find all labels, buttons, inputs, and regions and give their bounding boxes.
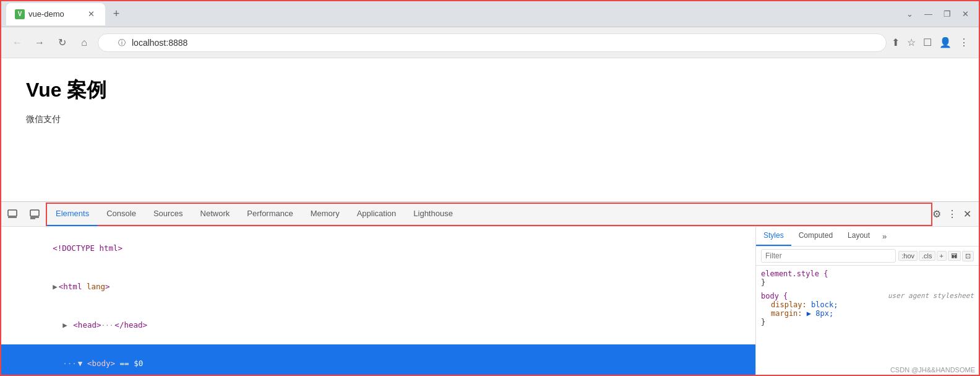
devtools-body: <!DOCTYPE html> ▶<html lang> ▶ <head>···… [1, 227, 979, 375]
devtools-header: Elements Console Sources Network Perform… [1, 202, 979, 227]
devtools-settings-icon[interactable]: ⚙ [932, 208, 941, 220]
devtools-more-icon[interactable]: ⋮ [947, 208, 957, 220]
title-bar: V vue-demo ✕ + ⌄ — ❐ ✕ [1, 1, 979, 27]
window-dropdown-button[interactable]: ⌄ [906, 9, 913, 19]
styles-panel: Styles Computed Layout » :hov .cls [756, 227, 979, 375]
forward-button[interactable]: → [31, 34, 48, 51]
tab-memory[interactable]: Memory [302, 203, 348, 226]
svg-rect-2 [30, 210, 39, 216]
devtools-header-right: ⚙ ⋮ ✕ [932, 208, 979, 220]
tab-favicon: V [15, 9, 25, 19]
page-content: Vue 案例 微信支付 [1, 58, 979, 201]
element-style-close: } [761, 278, 974, 287]
browser-window: V vue-demo ✕ + ⌄ — ❐ ✕ ← → ↻ ⌂ ⓘ localho… [0, 0, 980, 376]
address-right-icons: ⬆ ☆ ☐ 👤 ⋮ [892, 37, 971, 48]
expand-head-icon[interactable]: ▶ [62, 320, 67, 330]
new-tab-button[interactable]: + [108, 6, 125, 23]
body-margin-prop[interactable]: margin: ▶ 8px; [761, 309, 974, 318]
element-style-selector: element.style { [761, 269, 974, 278]
url-bar[interactable]: ⓘ localhost:8888 [98, 33, 887, 52]
styles-tab-more[interactable]: » [877, 227, 892, 246]
tab-sources[interactable]: Sources [145, 203, 192, 226]
body-style-rule: body { user agent stylesheet display: bl… [761, 292, 974, 326]
menu-icon[interactable]: ⋮ [959, 37, 969, 48]
styles-tabs: Styles Computed Layout » [756, 227, 979, 247]
styles-tab-layout[interactable]: Layout [840, 227, 877, 246]
styles-tab-computed[interactable]: Computed [791, 227, 840, 246]
maximize-button[interactable]: ❐ [943, 9, 951, 19]
reload-button[interactable]: ↻ [53, 34, 71, 51]
address-bar: ← → ↻ ⌂ ⓘ localhost:8888 ⬆ ☆ ☐ 👤 ⋮ [1, 27, 979, 58]
page-subtitle: 微信支付 [26, 114, 954, 125]
security-icon: ⓘ [118, 38, 128, 48]
tab-close-button[interactable]: ✕ [85, 9, 97, 20]
styles-filter: :hov .cls + 🖬 ⊡ [756, 247, 979, 266]
minimize-button[interactable]: — [924, 9, 932, 19]
html-panel: <!DOCTYPE html> ▶<html lang> ▶ <head>···… [1, 227, 756, 375]
html-line-html[interactable]: ▶<html lang> [1, 268, 755, 306]
tab-application[interactable]: Application [348, 203, 405, 226]
share-icon[interactable]: ⬆ [892, 37, 900, 48]
styles-tab-styles[interactable]: Styles [756, 227, 791, 246]
copy-style-icon[interactable]: 🖬 [948, 251, 961, 261]
user-agent-label: user agent stylesheet [888, 292, 974, 300]
url-text: localhost:8888 [132, 38, 187, 48]
page-title: Vue 案例 [26, 77, 954, 104]
tab-performance[interactable]: Performance [238, 203, 301, 226]
tab-network[interactable]: Network [192, 203, 239, 226]
browser-tab[interactable]: V vue-demo ✕ [6, 3, 105, 25]
tab-title: vue-demo [28, 9, 64, 19]
back-button[interactable]: ← [9, 34, 26, 51]
tab-lighthouse[interactable]: Lighthouse [405, 203, 462, 226]
tab-console[interactable]: Console [98, 203, 145, 226]
styles-filter-input[interactable] [761, 249, 896, 263]
window-controls: ⌄ — ❐ ✕ [906, 9, 974, 19]
body-style-header: body { user agent stylesheet [761, 292, 974, 300]
profile-icon[interactable]: 👤 [939, 37, 952, 48]
watermark: CSDN @JH&&HANDSOME [890, 366, 975, 374]
body-display-prop[interactable]: display: block; [761, 300, 974, 309]
close-button[interactable]: ✕ [962, 9, 969, 19]
hov-filter-button[interactable]: :hov [898, 251, 918, 261]
devtools-toggle-button[interactable] [1, 202, 24, 227]
element-style-rule: element.style { } [761, 269, 974, 287]
html-line-head[interactable]: ▶ <head>···</head> [1, 306, 755, 344]
devtools-close-icon[interactable]: ✕ [963, 208, 971, 220]
html-line-doctype: <!DOCTYPE html> [1, 229, 755, 268]
svg-rect-0 [8, 210, 17, 216]
bookmark-icon[interactable]: ☆ [907, 37, 916, 48]
cls-filter-button[interactable]: .cls [919, 251, 935, 261]
inspect-element-button[interactable] [24, 202, 46, 227]
home-button[interactable]: ⌂ [75, 34, 93, 51]
html-line-body[interactable]: ···▼ <body> == $0 [1, 344, 755, 375]
body-style-close: } [761, 318, 974, 326]
add-style-button[interactable]: + [937, 251, 947, 261]
expand-html-icon[interactable]: ▶ [53, 282, 58, 291]
devtools-tabs: Elements Console Sources Network Perform… [46, 203, 932, 226]
devtools-panel: Elements Console Sources Network Perform… [1, 201, 979, 375]
split-view-icon[interactable]: ☐ [923, 37, 932, 48]
styles-content: element.style { } body { user agent styl… [756, 266, 979, 375]
tab-elements[interactable]: Elements [47, 203, 98, 226]
styles-filter-buttons: :hov .cls + 🖬 ⊡ [898, 251, 974, 261]
toggle-style-icon[interactable]: ⊡ [962, 251, 974, 261]
